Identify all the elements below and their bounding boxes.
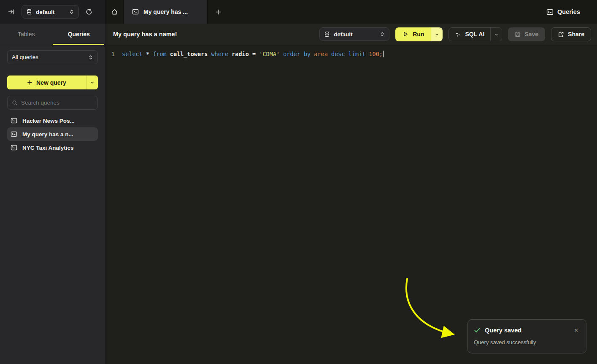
sidebar-tab-queries[interactable]: Queries [53, 24, 105, 45]
chevron-down-icon [90, 80, 95, 85]
new-query-main[interactable]: New query [7, 75, 86, 89]
text-cursor [383, 51, 384, 57]
run-options-dropdown[interactable] [431, 27, 443, 41]
sql-code: select * from cell_towers where radio = … [122, 51, 383, 57]
sql-editor[interactable]: 1 select * from cell_towers where radio … [105, 45, 597, 364]
app-window: default [0, 0, 597, 364]
toast-title: Query saved [485, 327, 568, 334]
sql-ai-dropdown[interactable] [490, 28, 502, 41]
new-query-label: New query [36, 79, 66, 86]
line-number: 1 [105, 51, 115, 57]
updown-chevrons-icon [380, 32, 385, 37]
run-button-group: Run [395, 27, 443, 41]
search-icon [12, 100, 18, 106]
toast-header: Query saved ✕ [474, 327, 580, 334]
run-database-selector[interactable]: default [319, 27, 389, 41]
run-label: Run [413, 31, 424, 38]
sql-ai-button[interactable]: SQL AI [449, 28, 490, 41]
updown-chevrons-icon [69, 9, 74, 14]
query-list: Hacker News Pos... My query has a n... [7, 114, 98, 154]
query-terminal-icon [11, 117, 17, 124]
save-button[interactable]: Save [508, 27, 545, 41]
play-icon [403, 31, 408, 37]
sidebar-tab-tables[interactable]: Tables [0, 24, 53, 45]
sidebar-content: All queries New query [0, 45, 105, 159]
query-title: My query has a name! [113, 31, 177, 38]
collapse-sidebar-button[interactable] [6, 6, 17, 17]
queries-indicator-label: Queries [557, 8, 580, 15]
close-icon[interactable]: ✕ [572, 328, 580, 333]
new-query-dropdown[interactable] [86, 75, 98, 89]
query-terminal-icon [132, 8, 139, 15]
chevron-down-icon [494, 32, 499, 37]
query-filter-value: All queries [12, 54, 84, 60]
query-item-label: Hacker News Pos... [22, 118, 75, 124]
query-list-item[interactable]: NYC Taxi Analytics [7, 141, 98, 154]
search-queries-input[interactable] [21, 100, 96, 106]
database-selector-value: default [36, 9, 65, 15]
sparkles-icon [455, 31, 461, 38]
query-terminal-icon [546, 8, 554, 16]
topbar-left: default [0, 0, 105, 24]
tab-bar: My query has ... Queries [105, 0, 597, 24]
toolbar-controls: default [319, 27, 591, 41]
home-button[interactable] [105, 6, 123, 17]
query-filter-select[interactable]: All queries [7, 50, 98, 64]
tab-label: My query has ... [143, 8, 188, 15]
toast-message: Query saved successfully [474, 339, 580, 345]
share-button[interactable]: Share [551, 27, 591, 41]
query-item-label: My query has a n... [22, 131, 73, 138]
query-item-label: NYC Taxi Analytics [22, 145, 74, 151]
home-icon [111, 8, 118, 16]
collapse-sidebar-icon [8, 8, 15, 15]
sidebar: Tables Queries All queries [0, 24, 105, 364]
refresh-icon [86, 8, 92, 15]
save-icon [515, 31, 521, 37]
query-list-item[interactable]: Hacker News Pos... [7, 114, 98, 127]
topbar: default [0, 0, 597, 24]
main-panel: My query has a name! default [105, 24, 597, 364]
database-icon [26, 9, 32, 15]
search-queries-box [7, 96, 98, 110]
new-tab-button[interactable] [208, 6, 229, 17]
database-selector[interactable]: default [22, 5, 79, 19]
tab-my-query[interactable]: My query has ... [123, 0, 208, 24]
run-button[interactable]: Run [395, 27, 431, 41]
refresh-button[interactable] [84, 6, 95, 17]
sql-ai-label: SQL AI [465, 31, 484, 38]
new-query-button: New query [7, 75, 98, 89]
query-list-item-selected[interactable]: My query has a n... [7, 127, 98, 141]
code-line: 1 select * from cell_towers where radio … [105, 50, 597, 58]
query-toolbar: My query has a name! default [105, 24, 597, 45]
plus-icon [215, 9, 222, 15]
run-database-value: default [334, 31, 376, 38]
toast-query-saved: Query saved ✕ Query saved successfully [467, 319, 586, 353]
chevron-down-icon [435, 32, 439, 37]
check-icon [474, 327, 481, 334]
database-icon [324, 31, 330, 37]
query-terminal-icon [11, 144, 17, 151]
updown-chevrons-icon [88, 55, 93, 60]
plus-icon [27, 80, 32, 85]
share-label: Share [568, 31, 584, 38]
sql-ai-button-group: SQL AI [448, 27, 502, 41]
save-label: Save [524, 31, 538, 38]
queries-panel-toggle[interactable]: Queries [546, 0, 580, 24]
sidebar-tabs: Tables Queries [0, 24, 105, 45]
query-terminal-icon [11, 131, 17, 138]
share-icon [558, 31, 564, 38]
